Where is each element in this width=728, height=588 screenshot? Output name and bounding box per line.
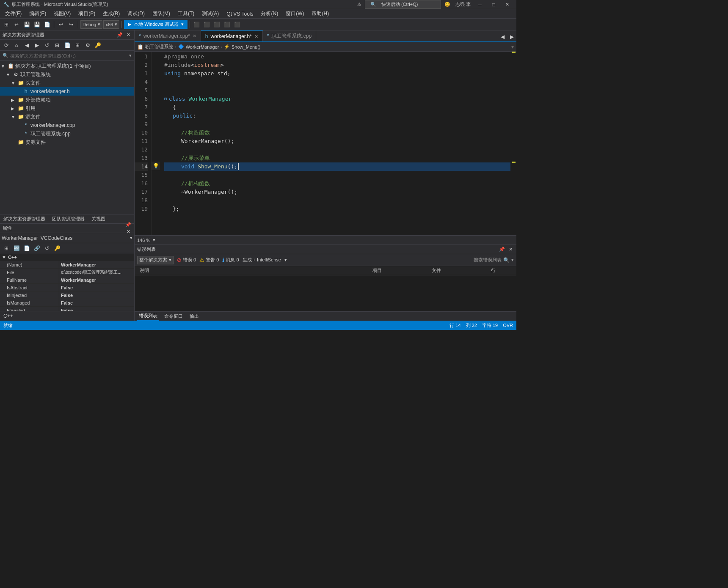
tree-headers-folder[interactable]: ▼ 📁 头文件 — [0, 79, 134, 87]
menu-test[interactable]: 测试(A) — [199, 9, 222, 19]
config-dropdown[interactable]: Debug ▾ — [80, 20, 102, 29]
build-arrow[interactable]: ▾ — [284, 257, 287, 263]
sol-sync-btn[interactable]: ⟳ — [2, 41, 11, 50]
maximize-button[interactable]: □ — [488, 0, 499, 9]
lb-14[interactable]: 💡 — [152, 162, 160, 170]
minimize-button[interactable]: ─ — [474, 0, 486, 9]
error-scope-dropdown[interactable]: 整个解决方案 ▾ — [137, 256, 174, 264]
toolbar-btn-4[interactable]: 💾 — [32, 20, 41, 29]
menu-window[interactable]: 窗口(W) — [282, 9, 307, 19]
sol-collapse-btn[interactable]: ⊟ — [52, 41, 62, 50]
tree-sources-folder[interactable]: ▼ 📁 源文件 — [0, 113, 134, 121]
message-count-badge[interactable]: ℹ 消息 0 — [222, 257, 239, 263]
undo-button[interactable]: ↩ — [56, 20, 66, 29]
nav-right-scroll[interactable]: ▾ — [511, 44, 514, 50]
tab-class-view[interactable]: 关视图 — [88, 214, 109, 224]
menu-analyze[interactable]: 分析(N) — [257, 9, 281, 19]
menu-qt[interactable]: Qt VS Tools — [223, 9, 256, 19]
sol-filter-btn[interactable]: ⊞ — [73, 41, 82, 50]
menu-file[interactable]: 文件(F) — [2, 9, 25, 19]
sol-search-options-icon[interactable]: ▾ — [129, 53, 132, 58]
menu-debug[interactable]: 调试(D) — [124, 9, 148, 19]
toolbar-btn-2[interactable]: ↩ — [12, 20, 21, 29]
warning-count-badge[interactable]: ⚠ 警告 0 — [199, 257, 219, 263]
menu-tools[interactable]: 工具(T) — [174, 9, 198, 19]
props-key-btn[interactable]: 🔑 — [52, 244, 62, 253]
tree-workerManager-cpp[interactable]: * workerManager.cpp — [0, 121, 134, 129]
sol-show-files-btn[interactable]: 📄 — [63, 41, 72, 50]
editor-scrollbar[interactable] — [510, 52, 516, 235]
sol-refresh-btn[interactable]: ↺ — [42, 41, 52, 50]
tab-output[interactable]: 输出 — [188, 312, 201, 321]
tab-workerManager-cpp[interactable]: * workerManager.cpp* ✕ — [135, 30, 201, 41]
lightbulb-icon[interactable]: 💡 — [153, 163, 159, 169]
tree-resources-folder[interactable]: 📁 资源文件 — [0, 138, 134, 146]
props-cat-btn[interactable]: ⊞ — [2, 244, 11, 253]
tab-solution-explorer[interactable]: 解决方案资源管理器 — [0, 214, 49, 224]
tab-scroll-right[interactable]: ▶ — [507, 32, 516, 41]
sol-props-btn[interactable]: 🔑 — [93, 41, 102, 50]
redo-button[interactable]: ↪ — [66, 20, 76, 29]
tree-solution[interactable]: ▼ 📋 解决方案'职工管理系统'(1 个项目) — [0, 62, 134, 70]
menu-help[interactable]: 帮助(H) — [308, 9, 332, 19]
props-alpha-btn[interactable]: 🔤 — [12, 244, 21, 253]
search-box[interactable]: 🔍 快速启动 (Ctrl+Q) — [365, 0, 441, 9]
sol-search-input[interactable] — [10, 53, 127, 58]
error-panel-close-icon[interactable]: ✕ — [507, 246, 514, 253]
sol-fwd-btn[interactable]: ▶ — [32, 41, 41, 50]
props-refresh-btn[interactable]: ↺ — [42, 244, 52, 253]
collapse-icon[interactable]: ⊟ — [164, 95, 167, 103]
tab-error-list[interactable]: 错误列表 — [137, 312, 159, 321]
tab-workerManager-h[interactable]: h workerManager.h* ✕ — [201, 30, 263, 41]
code-content[interactable]: #pragma once #include<iostream> using na… — [160, 52, 510, 235]
breadcrumb-project[interactable]: 职工管理系统 — [145, 44, 173, 50]
toolbar-btn-5[interactable]: 📄 — [42, 20, 52, 29]
tree-workerManager-h[interactable]: h workerManager.h — [0, 87, 134, 96]
toolbar-btn-breakpoint[interactable]: ⬛ — [192, 20, 201, 29]
props-type-arrow[interactable]: ▾ — [130, 235, 132, 241]
search-errors-arrow[interactable]: ▾ — [511, 257, 514, 263]
run-button[interactable]: ▶ 本地 Windows 调试器 ▾ — [124, 20, 188, 29]
toolbar-btn-6[interactable]: ⬛ — [202, 20, 212, 29]
tab-close-h[interactable]: ✕ — [254, 34, 258, 39]
error-panel-pin-icon[interactable]: 📌 — [499, 246, 505, 253]
tab-main-cpp[interactable]: * 职工管理系统.cpp — [263, 30, 316, 41]
tab-command-window[interactable]: 命令窗口 — [163, 312, 185, 321]
close-button[interactable]: ✕ — [501, 0, 513, 9]
menu-edit[interactable]: 编辑(E) — [26, 9, 50, 19]
tree-project[interactable]: ▼ ⚙ 职工管理系统 — [0, 70, 134, 79]
sol-panel-close-icon[interactable]: ✕ — [125, 32, 132, 38]
toolbar-btn-1[interactable]: ⊞ — [2, 20, 11, 29]
toolbar-btn-8[interactable]: ⬛ — [223, 20, 232, 29]
menu-team[interactable]: 团队(M) — [149, 9, 174, 19]
code-editor[interactable]: 1 2 3 4 5 6 7 8 9 10 11 12 13 14 15 16 1 — [135, 52, 516, 235]
error-count-badge[interactable]: ⊘ 错误 0 — [177, 257, 196, 263]
code-line-9 — [164, 120, 510, 129]
search-errors-icon[interactable]: 🔍 — [503, 257, 510, 263]
sol-home-btn[interactable]: ⌂ — [12, 41, 21, 50]
props-pages-btn[interactable]: 📄 — [22, 244, 31, 253]
sol-settings-btn[interactable]: ⚙ — [83, 41, 92, 50]
tab-scroll-left[interactable]: ◀ — [498, 32, 507, 41]
ln-9: 9 — [135, 120, 148, 129]
tree-main-cpp[interactable]: * 职工管理系统.cpp — [0, 129, 134, 138]
toolbar-btn-7[interactable]: ⬛ — [212, 20, 222, 29]
toolbar-btn-9[interactable]: ⬛ — [233, 20, 242, 29]
pin-icon[interactable]: 📌 — [116, 32, 123, 38]
tab-team-explorer[interactable]: 团队资源管理器 — [49, 214, 88, 224]
breadcrumb-class[interactable]: WorkerManager — [186, 44, 219, 49]
menu-view[interactable]: 视图(V) — [50, 9, 74, 19]
tab-close-cpp[interactable]: ✕ — [193, 33, 196, 39]
props-pin-icon[interactable]: 📌 — [125, 222, 132, 228]
tree-refs[interactable]: ▶ 📁 引用 — [0, 104, 134, 113]
toolbar-btn-3[interactable]: 💾 — [22, 20, 31, 29]
zoom-arrow[interactable]: ▾ — [153, 237, 155, 243]
props-link-btn[interactable]: 🔗 — [32, 244, 41, 253]
config-label: Debug — [83, 22, 96, 27]
menu-project[interactable]: 项目(P) — [75, 9, 99, 19]
sol-back-btn[interactable]: ◀ — [22, 41, 31, 50]
tree-ext-deps[interactable]: ▶ 📁 外部依赖项 — [0, 96, 134, 104]
breadcrumb-method[interactable]: Show_Menu() — [232, 44, 260, 49]
platform-dropdown[interactable]: x86 ▾ — [103, 20, 119, 29]
menu-build[interactable]: 生成(B) — [99, 9, 123, 19]
